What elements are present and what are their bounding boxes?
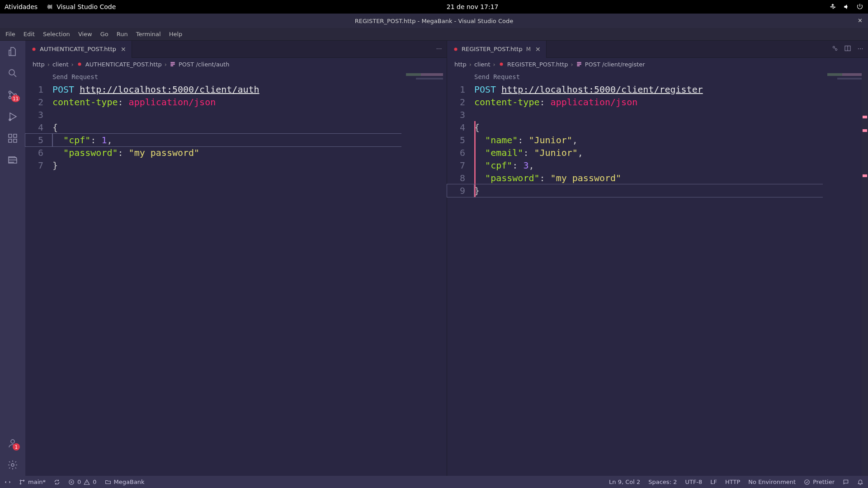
extensions-icon[interactable] — [6, 132, 19, 145]
svg-point-9 — [11, 440, 14, 443]
breadcrumb-part[interactable]: REGISTER_POST.http — [507, 61, 568, 68]
search-icon[interactable] — [6, 67, 19, 80]
editor-pane-right: REGISTER_POST.http M ✕ ⋯ http› client› R… — [447, 41, 868, 476]
status-sync[interactable] — [54, 479, 60, 485]
accounts-icon[interactable]: 1 — [6, 437, 19, 450]
breadcrumb-part[interactable]: POST /client/register — [585, 61, 645, 68]
split-editor-icon[interactable] — [843, 43, 853, 53]
line-number: 2 — [25, 96, 43, 108]
gutter-left: 1 2 3 4 5 6 7 — [25, 70, 52, 476]
code-left[interactable]: Send Request POST http://localhost:5000/… — [52, 70, 447, 476]
line-number: 7 — [447, 159, 465, 172]
vscode-titlebar: REGISTER_POST.http - MegaBank - Visual S… — [0, 14, 868, 28]
workbench: 11 1 AUTHENTICATE_POST.http ✕ — [0, 41, 868, 476]
minimap-left[interactable] — [401, 70, 447, 476]
svg-point-22 — [805, 479, 810, 484]
gutter-right: 1 2 3 4 5 6 7 8 9 — [447, 70, 474, 476]
window-close-button[interactable]: ✕ — [858, 17, 863, 24]
breadcrumb-part[interactable]: http — [454, 61, 467, 68]
tab-authenticate[interactable]: AUTHENTICATE_POST.http ✕ — [25, 41, 132, 58]
overview-ruler[interactable] — [862, 70, 868, 476]
active-app[interactable]: Visual Studio Code — [47, 3, 116, 10]
breadcrumb-part[interactable]: http — [33, 61, 45, 68]
status-project[interactable]: MegaBank — [105, 479, 145, 485]
symbol-icon — [576, 61, 582, 67]
source-control-icon[interactable]: 11 — [6, 89, 19, 101]
settings-gear-icon[interactable] — [6, 459, 19, 471]
status-branch[interactable]: main* — [19, 479, 46, 485]
editor-right[interactable]: 1 2 3 4 5 6 7 8 9 Send Request POST — [447, 70, 868, 476]
symbol-icon — [170, 61, 176, 67]
svg-point-2 — [9, 97, 11, 99]
svg-rect-6 — [9, 139, 12, 142]
power-icon[interactable] — [856, 3, 863, 10]
explorer-icon[interactable] — [6, 45, 19, 58]
system-clock[interactable]: 21 de nov 17:17 — [116, 3, 829, 10]
svg-point-0 — [9, 70, 14, 75]
activity-bar: 11 1 — [0, 41, 25, 476]
menu-go[interactable]: Go — [97, 29, 112, 39]
status-cursor-pos[interactable]: Ln 9, Col 2 — [609, 479, 640, 485]
active-app-name: Visual Studio Code — [57, 3, 116, 10]
activities-button[interactable]: Atividades — [5, 3, 38, 10]
editor-panes: AUTHENTICATE_POST.http ✕ ⋯ http› client›… — [25, 41, 868, 476]
line-number: 6 — [25, 146, 43, 159]
breadcrumb-part[interactable]: AUTHENTICATE_POST.http — [85, 61, 162, 68]
menu-view[interactable]: View — [75, 29, 96, 39]
code-right[interactable]: Send Request POST http://localhost:5000/… — [474, 70, 868, 476]
close-tab-icon[interactable]: ✕ — [535, 46, 541, 53]
network-icon[interactable] — [829, 3, 836, 10]
breadcrumb-left[interactable]: http› client› AUTHENTICATE_POST.http› PO… — [25, 58, 447, 70]
menu-help[interactable]: Help — [165, 29, 186, 39]
line-number: 4 — [25, 121, 43, 134]
modified-indicator: M — [526, 46, 531, 52]
svg-point-11 — [33, 47, 36, 51]
menu-selection[interactable]: Selection — [39, 29, 74, 39]
breadcrumb-part[interactable]: POST /client/auth — [179, 61, 229, 68]
line-number: 8 — [447, 172, 465, 184]
menu-file[interactable]: File — [2, 29, 19, 39]
svg-point-12 — [78, 63, 81, 66]
status-remote[interactable] — [5, 479, 11, 485]
line-number: 1 — [25, 83, 43, 96]
volume-icon[interactable] — [843, 3, 850, 10]
status-environment[interactable]: No Environment — [748, 479, 796, 485]
breadcrumb-part[interactable]: client — [474, 61, 491, 68]
status-feedback-icon[interactable] — [843, 479, 849, 485]
line-number: 6 — [447, 146, 465, 159]
breadcrumb-right[interactable]: http› client› REGISTER_POST.http› POST /… — [447, 58, 868, 70]
http-file-icon — [31, 46, 37, 52]
status-language[interactable]: HTTP — [725, 479, 740, 485]
status-bell-icon[interactable] — [857, 479, 863, 485]
status-prettier[interactable]: Prettier — [804, 479, 835, 485]
line-number: 2 — [447, 96, 465, 108]
tab-register[interactable]: REGISTER_POST.http M ✕ — [447, 41, 547, 58]
svg-point-18 — [20, 480, 21, 481]
menu-terminal[interactable]: Terminal — [132, 29, 165, 39]
line-number: 5 — [447, 134, 465, 146]
codelens-send-request[interactable]: Send Request — [52, 70, 447, 83]
status-indent[interactable]: Spaces: 2 — [648, 479, 677, 485]
system-topbar: Atividades Visual Studio Code 21 de nov … — [0, 0, 868, 14]
rest-client-icon[interactable] — [6, 154, 19, 166]
status-encoding[interactable]: UTF-8 — [685, 479, 702, 485]
minimap-right[interactable] — [823, 70, 868, 476]
close-tab-icon[interactable]: ✕ — [121, 46, 126, 53]
run-debug-icon[interactable] — [6, 110, 19, 123]
editor-left[interactable]: 1 2 3 4 5 6 7 Send Request POST http://l… — [25, 70, 447, 476]
breadcrumb-part[interactable]: client — [52, 61, 69, 68]
menu-run[interactable]: Run — [113, 29, 132, 39]
vscode-icon — [47, 4, 53, 10]
svg-point-19 — [20, 483, 21, 484]
http-file-icon — [498, 61, 505, 67]
more-actions-icon[interactable]: ⋯ — [855, 43, 865, 53]
svg-rect-8 — [14, 134, 17, 137]
status-problems[interactable]: 0 0 — [68, 479, 97, 485]
more-actions-icon[interactable]: ⋯ — [434, 43, 444, 53]
menu-edit[interactable]: Edit — [20, 29, 38, 39]
status-eol[interactable]: LF — [710, 479, 717, 485]
compare-icon[interactable] — [830, 43, 840, 53]
codelens-send-request[interactable]: Send Request — [474, 70, 868, 83]
line-number: 1 — [447, 83, 465, 96]
svg-point-17 — [500, 63, 503, 66]
